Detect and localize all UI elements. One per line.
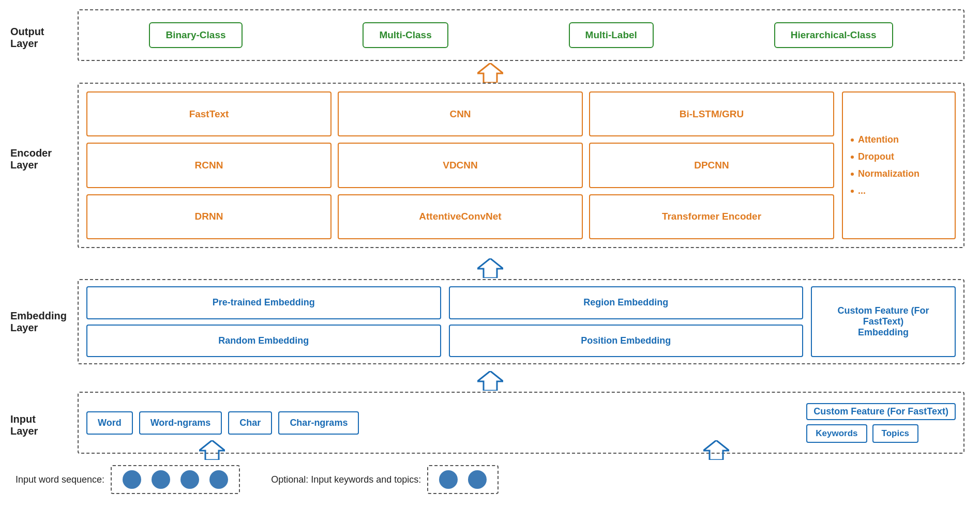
optional-seq-dots <box>427 465 499 494</box>
topics-cell: Topics <box>872 424 919 443</box>
arrow-optional-to-input <box>703 440 729 462</box>
output-layer-inner: Binary-Class Multi-Class Multi-Label Hie… <box>79 10 963 60</box>
vdcnn-cell: VDCNN <box>338 143 583 188</box>
svg-marker-2 <box>477 371 503 391</box>
custom-feature-label: Custom Feature (For FastText) <box>806 403 956 420</box>
encoder-layer-label: EncoderLayer <box>10 147 52 171</box>
fasttext-cell: FastText <box>86 91 331 136</box>
svg-marker-1 <box>477 258 503 278</box>
multi-class-btn: Multi-Class <box>363 22 448 48</box>
normalization-item: Normalization <box>851 168 947 179</box>
encoder-inner: FastText CNN Bi-LSTM/GRU RCNN VDCNN DPCN… <box>79 84 963 247</box>
embedding-col1: Pre-trained Embedding Random Embedding <box>86 286 441 357</box>
random-embedding-cell: Random Embedding <box>86 325 441 358</box>
ellipsis-item: ... <box>851 186 947 196</box>
drnn-cell: DRNN <box>86 194 331 239</box>
encoder-grid: FastText CNN Bi-LSTM/GRU RCNN VDCNN DPCN… <box>86 91 834 239</box>
arrow-seq-to-input <box>199 440 225 462</box>
keywords-cell: Keywords <box>806 424 867 443</box>
multi-label-btn: Multi-Label <box>569 22 654 48</box>
optional-label: Optional: Input keywords and topics: <box>271 474 421 485</box>
arrow-embedding-to-encoder <box>477 258 503 280</box>
rcnn-cell: RCNN <box>86 143 331 188</box>
word-ngrams-cell: Word-ngrams <box>139 411 222 435</box>
hierarchical-class-btn: Hierarchical-Class <box>774 22 893 48</box>
custom-feature-embedding-cell: Custom Feature (For FastText)Embedding <box>811 286 956 357</box>
bullet-attention <box>851 138 854 142</box>
bullet-ellipsis <box>851 190 854 193</box>
embedding-col2: Region Embedding Position Embedding <box>449 286 804 357</box>
dot-1 <box>123 470 141 489</box>
input-layer-label: InputLayer <box>10 413 38 437</box>
embedding-layer-label: EmbeddingLayer <box>10 310 67 334</box>
attentiveconvnet-cell: AttentiveConvNet <box>338 194 583 239</box>
arrow-encoder-to-output <box>477 63 503 85</box>
pretrained-embedding-cell: Pre-trained Embedding <box>86 286 441 319</box>
dropout-item: Dropout <box>851 151 947 162</box>
custom-feature-sub: Keywords Topics <box>806 424 918 443</box>
char-cell: Char <box>228 411 272 435</box>
char-ngrams-cell: Char-ngrams <box>278 411 359 435</box>
bilstm-cell: Bi-LSTM/GRU <box>589 91 834 136</box>
dot-4 <box>209 470 228 489</box>
embedding-layer-box: Pre-trained Embedding Random Embedding R… <box>78 279 964 364</box>
output-layer-box: Binary-Class Multi-Class Multi-Label Hie… <box>78 9 964 61</box>
output-layer-label: OutputLayer <box>10 26 44 50</box>
arrow-input-to-embedding <box>477 371 503 393</box>
position-embedding-cell: Position Embedding <box>449 325 804 358</box>
word-cell: Word <box>86 411 133 435</box>
bullet-dropout <box>851 156 854 159</box>
main-container: OutputLayer EncoderLayer EmbeddingLayer … <box>0 0 980 509</box>
input-right-panel: Custom Feature (For FastText) Keywords T… <box>806 403 956 443</box>
encoder-right-panel: Attention Dropout Normalization ... <box>842 91 956 239</box>
region-embedding-cell: Region Embedding <box>449 286 804 319</box>
transformer-cell: Transformer Encoder <box>589 194 834 239</box>
input-seq-label: Input word sequence: <box>16 474 104 485</box>
svg-marker-4 <box>703 440 729 460</box>
dpcnn-cell: DPCNN <box>589 143 834 188</box>
binary-class-btn: Binary-Class <box>149 22 242 48</box>
svg-marker-0 <box>477 63 503 83</box>
dot-2 <box>152 470 170 489</box>
attention-item: Attention <box>851 134 947 145</box>
cnn-cell: CNN <box>338 91 583 136</box>
svg-marker-3 <box>199 440 225 460</box>
dot-6 <box>468 470 487 489</box>
embedding-inner: Pre-trained Embedding Random Embedding R… <box>79 280 963 363</box>
dot-5 <box>439 470 458 489</box>
bullet-normalization <box>851 173 854 176</box>
bottom-section: Input word sequence: Optional: Input key… <box>16 465 499 494</box>
encoder-layer-box: FastText CNN Bi-LSTM/GRU RCNN VDCNN DPCN… <box>78 83 964 248</box>
input-seq-dots <box>111 465 240 494</box>
dot-3 <box>180 470 199 489</box>
